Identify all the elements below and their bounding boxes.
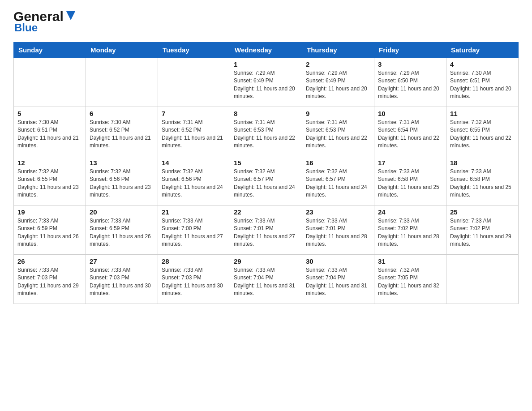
- calendar-table: SundayMondayTuesdayWednesdayThursdayFrid…: [13, 42, 519, 304]
- day-number: 18: [450, 159, 515, 167]
- calendar-cell: 20Sunrise: 7:33 AM Sunset: 6:59 PM Dayli…: [86, 206, 158, 255]
- calendar-cell: 28Sunrise: 7:33 AM Sunset: 7:03 PM Dayli…: [158, 255, 230, 304]
- calendar-cell: 21Sunrise: 7:33 AM Sunset: 7:00 PM Dayli…: [158, 206, 230, 255]
- calendar-cell: 18Sunrise: 7:33 AM Sunset: 6:58 PM Dayli…: [446, 156, 519, 206]
- day-info: Sunrise: 7:33 AM Sunset: 6:58 PM Dayligh…: [450, 168, 515, 199]
- calendar-cell: 19Sunrise: 7:33 AM Sunset: 6:59 PM Dayli…: [14, 206, 86, 255]
- svg-marker-0: [66, 11, 75, 20]
- calendar-cell: 27Sunrise: 7:33 AM Sunset: 7:03 PM Dayli…: [86, 255, 158, 304]
- calendar-cell: 6Sunrise: 7:30 AM Sunset: 6:52 PM Daylig…: [86, 107, 158, 156]
- calendar-header-row: SundayMondayTuesdayWednesdayThursdayFrid…: [14, 43, 519, 58]
- calendar-header-thursday: Thursday: [302, 43, 374, 58]
- day-number: 26: [17, 257, 82, 265]
- calendar-cell: 12Sunrise: 7:32 AM Sunset: 6:55 PM Dayli…: [14, 156, 86, 206]
- day-number: 17: [378, 159, 442, 167]
- day-number: 16: [306, 159, 370, 167]
- calendar-cell: 5Sunrise: 7:30 AM Sunset: 6:51 PM Daylig…: [14, 107, 86, 156]
- day-info: Sunrise: 7:30 AM Sunset: 6:51 PM Dayligh…: [17, 119, 82, 150]
- calendar-cell: 9Sunrise: 7:31 AM Sunset: 6:53 PM Daylig…: [302, 107, 374, 156]
- day-number: 30: [306, 257, 370, 265]
- calendar-cell: 10Sunrise: 7:31 AM Sunset: 6:54 PM Dayli…: [374, 107, 446, 156]
- calendar-cell: 1Sunrise: 7:29 AM Sunset: 6:49 PM Daylig…: [230, 58, 302, 107]
- calendar-week-4: 19Sunrise: 7:33 AM Sunset: 6:59 PM Dayli…: [14, 206, 519, 255]
- day-number: 10: [378, 110, 442, 117]
- day-info: Sunrise: 7:32 AM Sunset: 6:57 PM Dayligh…: [234, 168, 298, 199]
- calendar-week-5: 26Sunrise: 7:33 AM Sunset: 7:03 PM Dayli…: [14, 255, 519, 304]
- logo-blue-text: Blue: [14, 21, 38, 34]
- day-number: 14: [162, 159, 226, 167]
- calendar-cell: 8Sunrise: 7:31 AM Sunset: 6:53 PM Daylig…: [230, 107, 302, 156]
- page-header: General Blue: [13, 9, 519, 34]
- calendar-cell: 29Sunrise: 7:33 AM Sunset: 7:04 PM Dayli…: [230, 255, 302, 304]
- day-number: 19: [17, 208, 82, 216]
- day-number: 28: [162, 257, 226, 265]
- calendar-cell: [14, 58, 86, 107]
- day-number: 2: [306, 60, 370, 68]
- logo: General Blue: [13, 9, 77, 34]
- calendar-cell: 15Sunrise: 7:32 AM Sunset: 6:57 PM Dayli…: [230, 156, 302, 206]
- day-number: 12: [17, 159, 82, 167]
- day-info: Sunrise: 7:29 AM Sunset: 6:49 PM Dayligh…: [234, 69, 298, 101]
- day-info: Sunrise: 7:32 AM Sunset: 6:55 PM Dayligh…: [450, 119, 515, 150]
- day-info: Sunrise: 7:32 AM Sunset: 6:55 PM Dayligh…: [17, 168, 82, 199]
- day-info: Sunrise: 7:33 AM Sunset: 6:59 PM Dayligh…: [17, 217, 82, 248]
- day-info: Sunrise: 7:33 AM Sunset: 7:00 PM Dayligh…: [162, 217, 226, 248]
- calendar-header-sunday: Sunday: [14, 43, 86, 58]
- day-info: Sunrise: 7:29 AM Sunset: 6:49 PM Dayligh…: [306, 69, 370, 101]
- calendar-cell: 30Sunrise: 7:33 AM Sunset: 7:04 PM Dayli…: [302, 255, 374, 304]
- day-number: 23: [306, 208, 370, 216]
- calendar-week-3: 12Sunrise: 7:32 AM Sunset: 6:55 PM Dayli…: [14, 156, 519, 206]
- calendar-cell: 14Sunrise: 7:32 AM Sunset: 6:56 PM Dayli…: [158, 156, 230, 206]
- day-info: Sunrise: 7:30 AM Sunset: 6:52 PM Dayligh…: [90, 119, 154, 150]
- day-info: Sunrise: 7:33 AM Sunset: 7:02 PM Dayligh…: [378, 217, 442, 248]
- calendar-week-2: 5Sunrise: 7:30 AM Sunset: 6:51 PM Daylig…: [14, 107, 519, 156]
- day-number: 5: [17, 110, 82, 117]
- calendar-cell: 4Sunrise: 7:30 AM Sunset: 6:51 PM Daylig…: [446, 58, 519, 107]
- calendar-cell: 13Sunrise: 7:32 AM Sunset: 6:56 PM Dayli…: [86, 156, 158, 206]
- day-info: Sunrise: 7:33 AM Sunset: 7:04 PM Dayligh…: [306, 266, 370, 298]
- day-info: Sunrise: 7:31 AM Sunset: 6:54 PM Dayligh…: [378, 119, 442, 150]
- day-info: Sunrise: 7:33 AM Sunset: 7:03 PM Dayligh…: [17, 266, 82, 298]
- day-info: Sunrise: 7:32 AM Sunset: 6:56 PM Dayligh…: [90, 168, 154, 199]
- day-info: Sunrise: 7:33 AM Sunset: 6:58 PM Dayligh…: [378, 168, 442, 199]
- day-info: Sunrise: 7:29 AM Sunset: 6:50 PM Dayligh…: [378, 69, 442, 101]
- calendar-cell: 11Sunrise: 7:32 AM Sunset: 6:55 PM Dayli…: [446, 107, 519, 156]
- day-info: Sunrise: 7:33 AM Sunset: 7:01 PM Dayligh…: [306, 217, 370, 248]
- day-number: 20: [90, 208, 154, 216]
- calendar-cell: 23Sunrise: 7:33 AM Sunset: 7:01 PM Dayli…: [302, 206, 374, 255]
- day-number: 4: [450, 60, 515, 68]
- day-number: 15: [234, 159, 298, 167]
- day-number: 21: [162, 208, 226, 216]
- calendar-header-tuesday: Tuesday: [158, 43, 230, 58]
- calendar-cell: 25Sunrise: 7:33 AM Sunset: 7:02 PM Dayli…: [446, 206, 519, 255]
- day-number: 9: [306, 110, 370, 117]
- day-info: Sunrise: 7:32 AM Sunset: 7:05 PM Dayligh…: [378, 266, 442, 298]
- day-info: Sunrise: 7:30 AM Sunset: 6:51 PM Dayligh…: [450, 69, 515, 101]
- calendar-cell: 7Sunrise: 7:31 AM Sunset: 6:52 PM Daylig…: [158, 107, 230, 156]
- day-number: 3: [378, 60, 442, 68]
- day-info: Sunrise: 7:33 AM Sunset: 7:04 PM Dayligh…: [234, 266, 298, 298]
- day-number: 13: [90, 159, 154, 167]
- calendar-cell: 2Sunrise: 7:29 AM Sunset: 6:49 PM Daylig…: [302, 58, 374, 107]
- day-info: Sunrise: 7:33 AM Sunset: 6:59 PM Dayligh…: [90, 217, 154, 248]
- day-info: Sunrise: 7:31 AM Sunset: 6:53 PM Dayligh…: [306, 119, 370, 150]
- day-number: 8: [234, 110, 298, 117]
- calendar-cell: 26Sunrise: 7:33 AM Sunset: 7:03 PM Dayli…: [14, 255, 86, 304]
- calendar-cell: 31Sunrise: 7:32 AM Sunset: 7:05 PM Dayli…: [374, 255, 446, 304]
- calendar-cell: 17Sunrise: 7:33 AM Sunset: 6:58 PM Dayli…: [374, 156, 446, 206]
- calendar-cell: 3Sunrise: 7:29 AM Sunset: 6:50 PM Daylig…: [374, 58, 446, 107]
- day-number: 7: [162, 110, 226, 117]
- day-number: 29: [234, 257, 298, 265]
- day-info: Sunrise: 7:33 AM Sunset: 7:03 PM Dayligh…: [162, 266, 226, 298]
- logo-arrow-icon: [64, 9, 77, 22]
- calendar-cell: [446, 255, 519, 304]
- day-number: 24: [378, 208, 442, 216]
- day-info: Sunrise: 7:31 AM Sunset: 6:53 PM Dayligh…: [234, 119, 298, 150]
- day-info: Sunrise: 7:31 AM Sunset: 6:52 PM Dayligh…: [162, 119, 226, 150]
- calendar-cell: 16Sunrise: 7:32 AM Sunset: 6:57 PM Dayli…: [302, 156, 374, 206]
- day-number: 6: [90, 110, 154, 117]
- day-number: 25: [450, 208, 515, 216]
- day-info: Sunrise: 7:32 AM Sunset: 6:56 PM Dayligh…: [162, 168, 226, 199]
- calendar-cell: 22Sunrise: 7:33 AM Sunset: 7:01 PM Dayli…: [230, 206, 302, 255]
- day-number: 1: [234, 60, 298, 68]
